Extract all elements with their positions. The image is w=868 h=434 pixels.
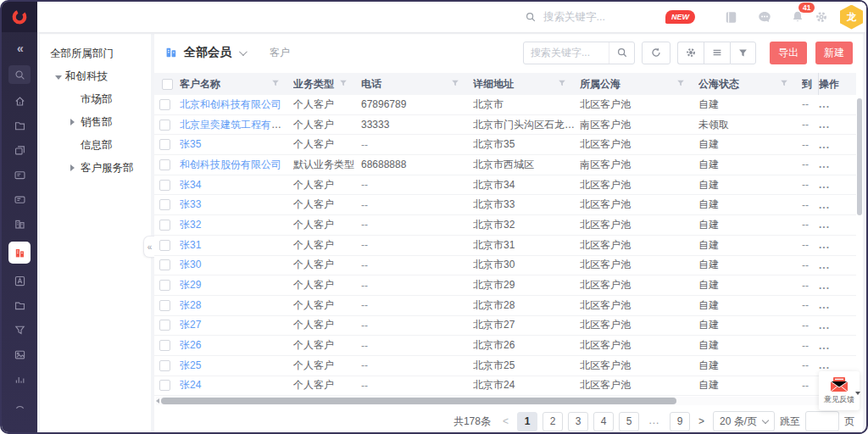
contact-card-icon[interactable]: [8, 274, 31, 288]
row-actions-button[interactable]: ...: [819, 359, 856, 371]
customer-name-link[interactable]: 和创科技股份有限公司: [180, 159, 281, 170]
row-checkbox[interactable]: [159, 99, 170, 110]
tree-item-销售部[interactable]: 销售部: [50, 111, 151, 134]
column-filter-icon[interactable]: [780, 78, 788, 90]
row-actions-button[interactable]: ...: [819, 340, 856, 352]
row-actions-button[interactable]: ...: [819, 320, 856, 331]
vertical-scroll-thumb[interactable]: [857, 98, 862, 215]
panel-collapse-handle[interactable]: «: [143, 236, 154, 258]
folder-icon[interactable]: [8, 119, 31, 133]
search-button[interactable]: [609, 42, 634, 64]
chevron-down-icon[interactable]: [239, 47, 248, 56]
page-button-9[interactable]: 9: [670, 412, 690, 431]
column-filter-icon[interactable]: [676, 78, 685, 90]
scroll-left-arrow-icon[interactable]: [156, 398, 159, 403]
prev-page-button[interactable]: <: [499, 415, 512, 427]
customer-name-link[interactable]: 张28: [180, 299, 201, 311]
customer-name-link[interactable]: 张30: [180, 259, 201, 270]
row-actions-button[interactable]: ...: [819, 239, 856, 251]
row-checkbox[interactable]: [159, 180, 170, 191]
row-checkbox[interactable]: [159, 320, 170, 331]
home-icon[interactable]: [8, 94, 31, 108]
customer-name-link[interactable]: 张25: [180, 359, 201, 371]
jump-page-input[interactable]: [805, 411, 839, 431]
customer-name-link[interactable]: 北京和创科技有限公司: [180, 98, 281, 110]
photo-icon[interactable]: [8, 348, 31, 362]
column-filter-icon[interactable]: [451, 78, 459, 90]
row-actions-button[interactable]: ...: [819, 179, 856, 191]
card-list-icon[interactable]: [8, 168, 31, 182]
customer-name-link[interactable]: 张27: [180, 319, 201, 331]
export-button[interactable]: 导出: [770, 42, 807, 64]
list-view-button[interactable]: [704, 42, 730, 64]
caret-right-icon[interactable]: [70, 157, 81, 180]
row-checkbox[interactable]: [159, 360, 170, 371]
tree-item-信息部[interactable]: 信息部: [50, 134, 151, 157]
horizontal-scroll-thumb[interactable]: [161, 398, 676, 404]
row-checkbox[interactable]: [159, 300, 170, 311]
create-button[interactable]: 新建: [815, 42, 853, 64]
row-checkbox[interactable]: [159, 199, 170, 210]
column-filter-icon[interactable]: [558, 78, 566, 90]
tab-customer[interactable]: 客户: [270, 46, 290, 60]
avatar[interactable]: 龙: [840, 5, 863, 30]
row-actions-button[interactable]: ...: [819, 98, 856, 110]
caret-down-icon[interactable]: [55, 65, 65, 88]
stack-icon[interactable]: [8, 143, 31, 158]
page-button-2[interactable]: 2: [542, 412, 563, 431]
page-size-select[interactable]: 20 条/页: [713, 411, 775, 431]
next-page-button[interactable]: >: [695, 415, 708, 427]
customer-name-link[interactable]: 北京皇奕建筑工程有限公司: [180, 119, 293, 131]
page-button-1[interactable]: 1: [517, 412, 537, 431]
view-title[interactable]: 全部会员: [184, 45, 231, 60]
scroll-down-icon[interactable]: [855, 392, 860, 395]
table-search-input[interactable]: [524, 47, 602, 58]
page-button-5[interactable]: 5: [619, 412, 639, 431]
new-badge[interactable]: NEW: [665, 10, 695, 24]
row-actions-button[interactable]: ...: [819, 119, 856, 131]
caret-right-icon[interactable]: [70, 111, 81, 134]
card-list-2-icon[interactable]: [8, 192, 31, 207]
customer-name-link[interactable]: 张33: [180, 198, 201, 210]
app-logo[interactable]: [2, 2, 37, 32]
row-checkbox[interactable]: [159, 159, 170, 170]
page-button-4[interactable]: 4: [593, 412, 614, 431]
customer-name-link[interactable]: 张26: [180, 339, 201, 351]
chart-icon[interactable]: [8, 372, 31, 387]
row-checkbox[interactable]: [159, 220, 170, 231]
row-actions-button[interactable]: ...: [819, 139, 856, 151]
tree-root-all-departments[interactable]: 全部所属部门: [50, 42, 151, 65]
horizontal-scrollbar[interactable]: [156, 397, 854, 405]
building-icon-active[interactable]: [8, 242, 31, 264]
customer-name-link[interactable]: 张34: [180, 179, 201, 191]
search-icon[interactable]: [8, 65, 31, 84]
gear-icon[interactable]: [815, 10, 828, 24]
feedback-widget[interactable]: 意见反馈: [819, 371, 860, 410]
row-actions-button[interactable]: ...: [819, 219, 856, 231]
tree-item-市场部[interactable]: 市场部: [50, 88, 151, 111]
collapse-icon[interactable]: «: [8, 41, 31, 55]
page-button-3[interactable]: 3: [568, 412, 588, 431]
book-icon[interactable]: [724, 10, 738, 25]
row-actions-button[interactable]: ...: [819, 280, 856, 292]
customer-name-link[interactable]: 张35: [180, 138, 201, 150]
global-search[interactable]: [525, 2, 670, 32]
row-actions-button[interactable]: ...: [819, 259, 856, 271]
row-checkbox[interactable]: [159, 340, 170, 351]
global-search-input[interactable]: [543, 11, 670, 23]
column-filter-icon[interactable]: [339, 78, 348, 90]
row-actions-button[interactable]: ...: [819, 299, 856, 311]
filter-button[interactable]: [730, 42, 756, 64]
settings-button[interactable]: [677, 42, 704, 64]
row-checkbox[interactable]: [159, 380, 170, 391]
refresh-button[interactable]: [642, 42, 670, 64]
arc-icon[interactable]: [8, 397, 31, 411]
customer-name-link[interactable]: 张31: [180, 239, 201, 251]
funnel-icon[interactable]: [8, 323, 31, 337]
folder-2-icon[interactable]: [8, 298, 31, 313]
tree-item-客户服务部[interactable]: 客户服务部: [50, 157, 151, 180]
tree-item-和创科技[interactable]: 和创科技: [50, 65, 151, 88]
select-all-checkbox[interactable]: [162, 79, 173, 90]
customer-name-link[interactable]: 张29: [180, 279, 201, 291]
row-checkbox[interactable]: [159, 280, 170, 291]
